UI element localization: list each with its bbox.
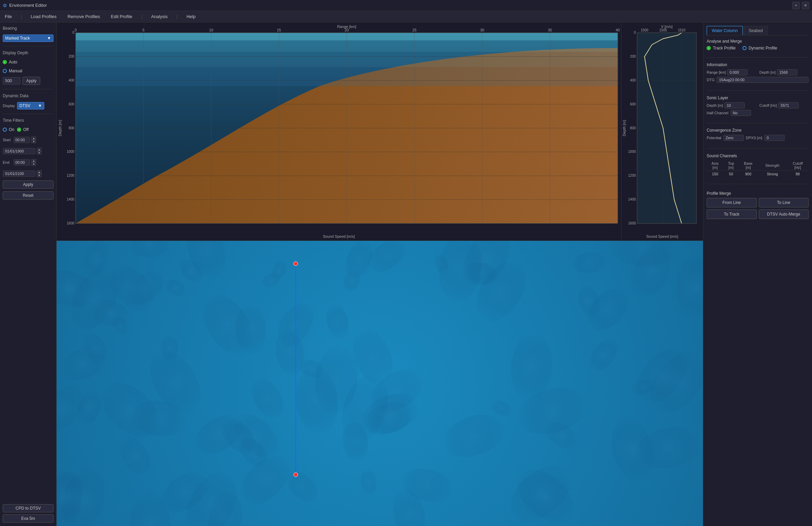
manual-depth-input[interactable] — [3, 77, 20, 85]
tab-water-column[interactable]: Water Column — [707, 26, 743, 35]
col-top: Top[m] — [723, 160, 738, 171]
bearing-label: Bearing — [3, 26, 54, 31]
on-radio[interactable] — [3, 128, 7, 132]
potential-value: Zero — [723, 135, 744, 141]
profile-merge-title: Profile Merge — [707, 191, 809, 196]
side-chart-xlabel: Sound Speed [m/s] — [646, 234, 678, 239]
main-chart-xlabel: Sound Speed [m/s] — [323, 234, 355, 239]
menu-sep-1: | — [21, 14, 22, 19]
cutoff-field: Cutoff [Hz] 5571 — [759, 102, 809, 109]
main-chart-canvas — [57, 23, 621, 234]
main-chart: Sound Speed [m/s] — [57, 23, 621, 241]
col-strength: Strength — [758, 160, 787, 171]
depth-info-value: 1568 — [777, 69, 797, 75]
display-dropdown[interactable]: DTSV ▼ — [17, 102, 44, 110]
start-time-up[interactable]: ▲ — [31, 137, 36, 140]
map-canvas — [57, 241, 703, 526]
analyse-merge-section: Analyse and Merge Track Profile Dynamic … — [707, 39, 809, 51]
side-chart-canvas — [621, 23, 703, 234]
right-panel: Water Column Seabed Analyse and Merge Tr… — [703, 23, 812, 526]
start-date-up[interactable]: ▲ — [37, 148, 42, 151]
start-date-down[interactable]: ▼ — [37, 151, 42, 155]
to-line-button[interactable]: To Line — [759, 198, 809, 208]
close-button[interactable]: ✕ — [802, 2, 809, 9]
convergence-zone-title: Convergence Zone — [707, 128, 809, 133]
reset-button[interactable]: Reset — [3, 191, 54, 200]
sonic-layer-section: Sonic Layer Depth [m] 10 Cutoff [Hz] 557… — [707, 96, 809, 116]
menu-edit-profile[interactable]: Edit Profile — [109, 13, 134, 20]
start-time-input[interactable] — [14, 137, 30, 143]
title-bar: ⚙ Environment Editor + ✕ — [0, 0, 812, 11]
tab-seabed[interactable]: Seabed — [743, 26, 768, 35]
dtsv-auto-merge-button[interactable]: DTSV Auto-Merge — [759, 210, 809, 219]
menu-load-profiles[interactable]: Load Profiles — [29, 13, 59, 20]
bearing-dropdown[interactable]: Marked Track ▼ — [3, 34, 54, 42]
sound-channels-section: Sound Channels Axis[m] Top[m] Base[m] St… — [707, 154, 809, 177]
add-button[interactable]: + — [792, 2, 800, 9]
app-title: Environment Editor — [9, 3, 47, 8]
apply-depth-button[interactable]: Apply — [23, 77, 40, 85]
half-channel-value: No — [730, 110, 751, 116]
manual-radio-row[interactable]: Manual — [3, 69, 54, 73]
sonic-depth-label: Depth [m] — [707, 103, 723, 108]
dynamic-data-label: Dynamic Data — [3, 94, 54, 98]
start-time-down[interactable]: ▼ — [31, 140, 36, 143]
auto-radio-row[interactable]: Auto — [3, 60, 54, 65]
manual-radio[interactable] — [3, 69, 7, 73]
depth-info-label: Depth [m] — [759, 70, 776, 74]
charts-row: Sound Speed [m/s] Sound Speed [m/s] — [57, 23, 703, 241]
track-profile-label: Track Profile — [713, 46, 736, 51]
manual-label: Manual — [9, 69, 22, 73]
auto-radio[interactable] — [3, 60, 7, 64]
dynamic-profile-label: Dynamic Profile — [749, 46, 777, 51]
from-line-button[interactable]: From Line — [707, 198, 757, 208]
end-time-up[interactable]: ▲ — [31, 159, 36, 162]
cutoff-label: Cutoff [Hz] — [759, 103, 777, 108]
col-base: Base[m] — [739, 160, 758, 171]
side-chart: Sound Speed [m/s] — [621, 23, 703, 241]
left-panel: Bearing Marked Track ▼ Display Depth Aut… — [0, 23, 57, 526]
start-label: Start — [3, 138, 12, 142]
end-time-down[interactable]: ▼ — [31, 162, 36, 166]
track-profile-option[interactable]: Track Profile — [707, 46, 736, 51]
dpxs-value: 0 — [764, 135, 785, 141]
sonic-layer-title: Sonic Layer — [707, 96, 809, 100]
auto-label: Auto — [9, 60, 17, 65]
end-label: End — [3, 160, 12, 165]
menu-bar: File | Load Profiles Remove Profiles Edi… — [0, 11, 812, 23]
cpd-to-dtsv-button[interactable]: CPD to DTSV — [3, 504, 54, 512]
display-depth-label: Display Depth — [3, 51, 54, 55]
off-label: Off — [23, 127, 29, 132]
off-radio[interactable] — [17, 128, 21, 132]
center-area: Sound Speed [m/s] Sound Speed [m/s] — [57, 23, 703, 526]
menu-file[interactable]: File — [3, 13, 14, 20]
dynamic-profile-radio[interactable] — [742, 46, 746, 50]
start-date-input[interactable] — [3, 148, 35, 154]
on-radio-row[interactable]: On — [3, 127, 14, 132]
display-label: Display — [3, 104, 15, 108]
depth-field: Depth [m] 1568 — [759, 69, 809, 75]
map-view — [57, 241, 703, 526]
track-profile-radio[interactable] — [707, 46, 711, 50]
end-time-input[interactable] — [14, 159, 30, 166]
menu-analysis[interactable]: Analysis — [149, 13, 170, 20]
menu-help[interactable]: Help — [185, 13, 198, 20]
dynamic-profile-option[interactable]: Dynamic Profile — [742, 46, 777, 51]
eva-5m-button[interactable]: Eva 5m — [3, 514, 54, 523]
sonic-depth-field: Depth [m] 10 — [707, 102, 756, 109]
off-radio-row[interactable]: Off — [17, 127, 29, 132]
dtg-value: 15Aug23 00:00 — [716, 77, 809, 83]
col-cutoff: Cutoff[Hz] — [787, 160, 809, 171]
end-date-up[interactable]: ▲ — [37, 170, 42, 174]
range-value: 0.000 — [727, 69, 748, 75]
to-track-button[interactable]: To Track — [707, 210, 757, 219]
end-date-down[interactable]: ▼ — [37, 174, 42, 177]
range-label: Range [km] — [707, 70, 726, 74]
on-label: On — [9, 127, 14, 132]
sound-channels-title: Sound Channels — [707, 154, 809, 158]
information-section: Information Range [km] 0.000 Depth [m] 1… — [707, 62, 809, 84]
menu-remove-profiles[interactable]: Remove Profiles — [66, 13, 102, 20]
cutoff-value: 5571 — [778, 102, 799, 109]
apply-time-button[interactable]: Apply — [3, 181, 54, 189]
end-date-input[interactable] — [3, 171, 35, 177]
